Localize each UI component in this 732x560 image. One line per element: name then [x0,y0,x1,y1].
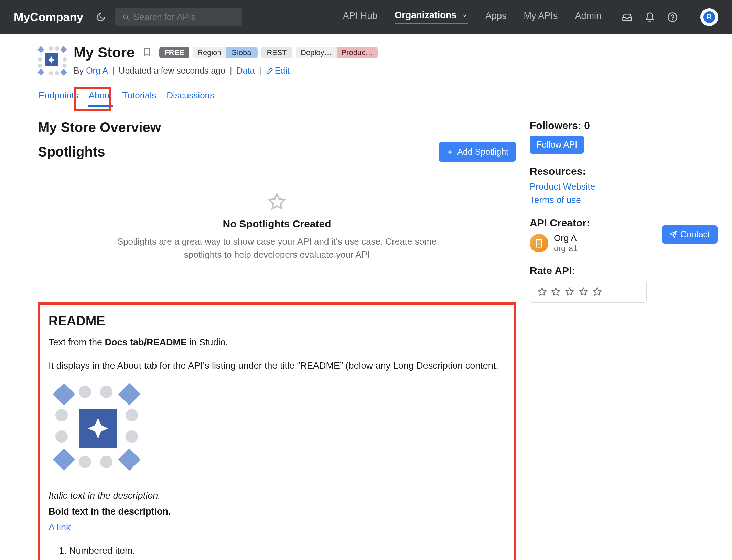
byline-by: By [74,66,86,75]
building-icon [534,238,544,248]
byline-updated: Updated a few seconds ago [119,66,225,75]
nav-admin[interactable]: Admin [575,11,601,23]
badge-region-label: Region [193,47,226,58]
star-icon[interactable] [565,287,574,296]
readme-ordered-list: Numbered item. Another numbered item. [69,544,505,560]
dark-mode-toggle[interactable] [96,12,106,22]
creator-slug: org-a1 [554,244,578,253]
spotlights-empty-state: No Spotlights Created Spotlights are a g… [38,193,516,261]
add-spotlight-button[interactable]: Add Spotlight [439,142,516,162]
star-outline-icon [268,193,286,211]
badge-region[interactable]: Region Global [193,47,258,58]
send-icon [669,231,677,238]
plus-icon [446,148,454,156]
tabs: Endpoints About Tutorials Discussions [0,84,732,107]
readme-image [52,382,141,472]
nav-icon-tray: R [622,8,718,26]
add-spotlight-label: Add Spotlight [457,147,508,157]
readme-italic: Italic text in the description. [49,491,161,501]
svg-point-0 [123,15,128,19]
readme-p1: Text from the Docs tab/README in Studio. [49,335,505,350]
search-input[interactable] [133,12,235,22]
creator-row[interactable]: Org A org-a1 [530,233,647,253]
rate-heading: Rate API: [530,265,647,277]
api-header: My Store FREE Region Global REST Deploy…… [0,34,732,84]
byline-org-link[interactable]: Org A [86,66,108,75]
tab-tutorials[interactable]: Tutorials [122,84,157,107]
readme-p1-bold: Docs tab/README [105,337,187,347]
inbox-icon[interactable] [622,12,632,22]
api-icon [38,46,65,73]
badge-rest: REST [261,47,292,58]
resource-link-website[interactable]: Product Website [530,181,595,192]
empty-title: No Spotlights Created [38,218,516,230]
nav-organizations[interactable]: Organizations [395,10,468,24]
sidebar: Followers: 0 Follow API Resources: Produ… [530,120,647,314]
nav-apps[interactable]: Apps [485,11,507,23]
tab-endpoints[interactable]: Endpoints [38,84,79,107]
followers-label: Followers: 0 [530,120,647,131]
badge-deploy[interactable]: Deploy… Produc… [296,47,378,58]
byline: By Org A | Updated a few seconds ago | D… [74,66,378,76]
creator-avatar [530,234,548,252]
nav-my-apis[interactable]: My APIs [524,11,558,23]
svg-point-2 [672,19,673,20]
contact-label: Contact [680,229,710,239]
list-item: Numbered item. [69,544,505,558]
badge-region-value: Global [226,47,258,58]
creator-heading: API Creator: [530,217,647,229]
spotlights-heading: Spotlights [38,144,105,160]
rate-box[interactable] [530,281,647,303]
creator-name: Org A [554,233,578,244]
readme-link[interactable]: A link [49,522,71,532]
badge-free: FREE [159,47,189,58]
overview-heading: My Store Overview [38,120,516,135]
star-icon[interactable] [579,287,588,296]
star-icon[interactable] [551,287,560,296]
user-avatar[interactable]: R [700,8,718,26]
readme-bold: Bold text in the description. [49,506,171,517]
contact-button[interactable]: Contact [662,225,718,244]
tab-discussions[interactable]: Discussions [166,84,215,107]
list-item: Another numbered item. [69,558,505,560]
empty-subtitle: Spotlights are a great way to show case … [98,235,456,261]
svg-rect-3 [537,239,542,247]
readme-section: README Text from the Docs tab/README in … [38,302,516,560]
readme-heading: README [49,314,505,329]
readme-p1-pre: Text from the [49,337,105,347]
star-icon[interactable] [538,287,547,296]
byline-data-link[interactable]: Data [236,66,255,75]
star-icon[interactable] [593,287,602,296]
api-title: My Store [74,44,134,61]
nav-api-hub[interactable]: API Hub [343,11,378,23]
readme-p1-post: in Studio. [187,337,228,347]
brand-logo[interactable]: MyCompany [14,10,83,24]
resources-heading: Resources: [530,165,647,177]
badge-product-value: Produc… [337,47,378,58]
nav-links: API Hub Organizations Apps My APIs Admin [343,10,601,24]
resource-link-terms[interactable]: Terms of use [530,195,581,205]
contact-floating: Contact [662,225,718,244]
edit-label: Edit [275,66,290,75]
search-box[interactable] [115,8,242,26]
pencil-icon [266,67,273,75]
bell-icon[interactable] [645,12,655,22]
chevron-down-icon [461,12,468,19]
bookmark-button[interactable] [142,46,152,59]
edit-button[interactable]: Edit [266,66,290,75]
nav-organizations-label: Organizations [395,10,456,20]
top-nav: MyCompany API Hub Organizations Apps My … [0,0,732,34]
badge-deploy-label: Deploy… [296,47,336,58]
bookmark-icon [142,46,152,58]
search-icon [122,13,129,21]
tab-about[interactable]: About [88,84,113,107]
readme-p2: It displays in the About tab for the API… [49,359,505,373]
badge-row: FREE Region Global REST Deploy… Produc… [159,47,378,58]
follow-api-button[interactable]: Follow API [530,136,584,154]
moon-icon [96,12,106,22]
help-icon[interactable] [667,12,678,22]
